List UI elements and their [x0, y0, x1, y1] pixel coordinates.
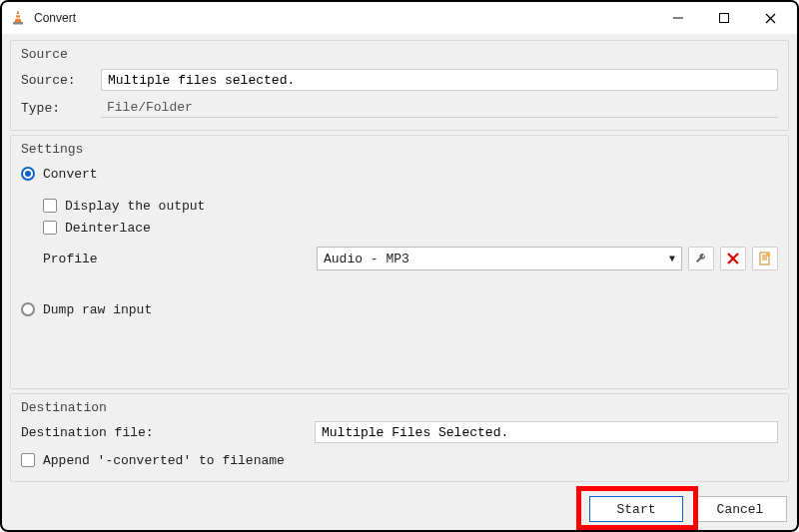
wrench-icon	[694, 252, 708, 266]
window-title: Convert	[34, 11, 76, 25]
profile-value: Audio - MP3	[324, 252, 409, 266]
svg-rect-1	[16, 14, 21, 15]
display-output-checkbox[interactable]: Display the output	[43, 195, 778, 217]
svg-rect-3	[13, 22, 23, 25]
convert-radio-label: Convert	[43, 167, 98, 182]
source-group-title: Source	[21, 47, 778, 62]
maximize-button[interactable]	[701, 3, 747, 33]
minimize-button[interactable]	[655, 3, 701, 33]
svg-rect-2	[15, 18, 21, 19]
edit-profile-button[interactable]	[688, 247, 714, 270]
window-controls	[655, 3, 793, 33]
delete-profile-button[interactable]	[720, 247, 746, 270]
append-converted-checkbox[interactable]: Append '-converted' to filename	[21, 449, 778, 471]
display-output-label: Display the output	[65, 199, 205, 214]
dialog-footer: Start Cancel	[2, 490, 797, 530]
convert-dialog: Convert Source Source: Type: File/Fold	[0, 0, 799, 532]
svg-rect-5	[720, 14, 729, 23]
type-value: File/Folder	[101, 98, 778, 118]
svg-marker-0	[15, 11, 21, 22]
cancel-button[interactable]: Cancel	[693, 496, 787, 522]
dump-raw-label: Dump raw input	[43, 302, 152, 317]
destination-file-input[interactable]	[315, 421, 778, 443]
new-profile-button[interactable]	[752, 247, 778, 270]
close-button[interactable]	[747, 3, 793, 33]
source-label: Source:	[21, 73, 93, 88]
deinterlace-label: Deinterlace	[65, 221, 151, 236]
profile-label: Profile	[21, 252, 311, 266]
checkbox-icon	[43, 221, 57, 235]
x-red-icon	[727, 253, 739, 265]
profile-select[interactable]: Audio - MP3 ▼	[317, 247, 682, 270]
chevron-down-icon: ▼	[669, 254, 675, 265]
svg-point-14	[766, 253, 770, 257]
settings-group: Settings Convert Display the output Dein…	[10, 135, 789, 389]
cancel-button-label: Cancel	[717, 502, 764, 517]
radio-checked-icon	[21, 167, 35, 181]
checkbox-icon	[21, 453, 35, 467]
source-input[interactable]	[101, 69, 778, 91]
dump-raw-radio[interactable]: Dump raw input	[21, 298, 778, 320]
settings-group-title: Settings	[21, 142, 778, 157]
deinterlace-checkbox[interactable]: Deinterlace	[43, 217, 778, 239]
vlc-icon	[10, 10, 26, 26]
start-button[interactable]: Start	[589, 496, 683, 522]
source-group: Source Source: Type: File/Folder	[10, 40, 789, 131]
titlebar: Convert	[2, 2, 797, 34]
type-label: Type:	[21, 101, 93, 116]
start-button-label: Start	[616, 502, 655, 517]
append-converted-label: Append '-converted' to filename	[43, 453, 285, 468]
new-file-icon	[758, 252, 772, 266]
checkbox-icon	[43, 199, 57, 213]
convert-radio[interactable]: Convert	[21, 163, 778, 185]
radio-unchecked-icon	[21, 302, 35, 316]
destination-group: Destination Destination file: Append '-c…	[10, 393, 789, 482]
destination-group-title: Destination	[21, 400, 778, 415]
destination-file-label: Destination file:	[21, 425, 307, 440]
